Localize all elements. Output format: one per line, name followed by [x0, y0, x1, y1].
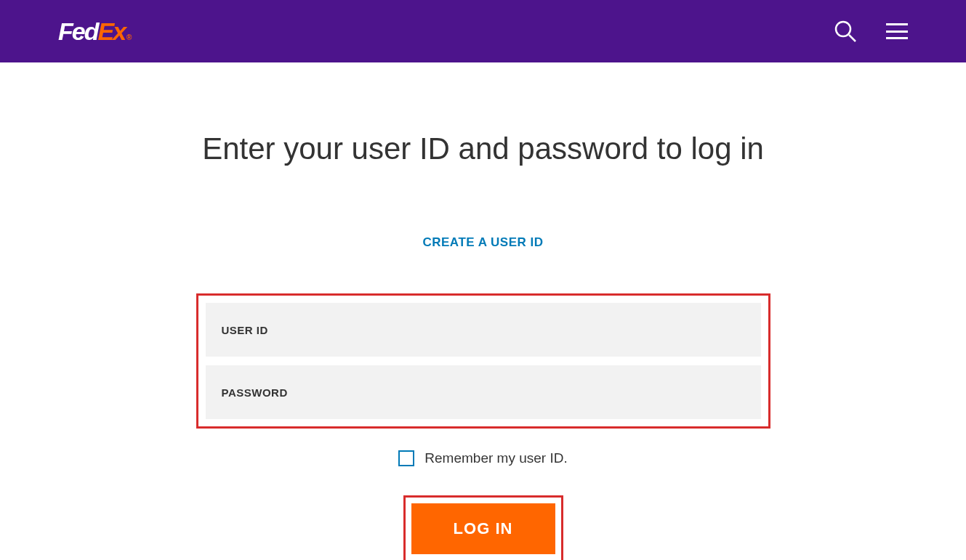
userid-input[interactable] — [275, 324, 745, 336]
header: FedEx® — [0, 0, 966, 62]
password-field-container[interactable]: PASSWORD — [206, 365, 761, 419]
logo-part-ex: Ex — [97, 17, 125, 46]
remember-label: Remember my user ID. — [424, 450, 567, 466]
header-actions — [834, 20, 908, 43]
menu-line — [886, 37, 908, 39]
login-button[interactable]: LOG IN — [411, 503, 555, 554]
login-button-highlight: LOG IN — [403, 495, 563, 560]
create-user-id-link[interactable]: CREATE A USER ID — [422, 235, 543, 250]
logo-suffix: ® — [126, 33, 130, 41]
login-form-highlight: USER ID PASSWORD — [196, 293, 770, 429]
svg-line-1 — [849, 35, 856, 41]
menu-icon[interactable] — [886, 23, 908, 39]
fedex-logo[interactable]: FedEx® — [58, 17, 130, 46]
password-input[interactable] — [295, 386, 745, 399]
userid-field-container[interactable]: USER ID — [206, 303, 761, 357]
svg-point-0 — [836, 22, 850, 36]
remember-row: Remember my user ID. — [0, 450, 966, 466]
password-label: PASSWORD — [222, 386, 288, 399]
logo-part-fed: Fed — [58, 17, 97, 46]
remember-checkbox[interactable] — [398, 450, 414, 466]
main-content: Enter your user ID and password to log i… — [0, 62, 966, 560]
userid-label: USER ID — [222, 324, 268, 336]
menu-line — [886, 31, 908, 33]
menu-line — [886, 23, 908, 25]
page-title: Enter your user ID and password to log i… — [0, 131, 966, 166]
search-icon[interactable] — [834, 20, 857, 43]
